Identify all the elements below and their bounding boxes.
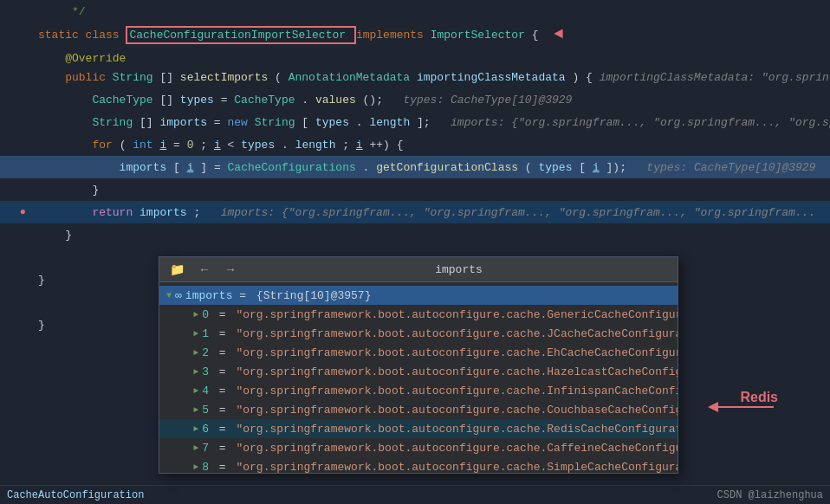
indent-6	[166, 423, 193, 436]
debug-nav-folder[interactable]: 📁	[166, 261, 188, 278]
param-open: (	[275, 71, 282, 84]
expand-icon-0: ►	[193, 310, 198, 320]
idx-bracket: [	[173, 161, 180, 174]
code-line-9: }	[0, 178, 830, 201]
idx-1: 1	[202, 327, 209, 340]
dot: .	[302, 94, 308, 107]
eq2: =	[214, 116, 228, 129]
redis-arrow-svg	[696, 394, 782, 420]
line-content-5: CacheType [] types = CacheType . values …	[33, 94, 830, 107]
arrow-right: ◄	[554, 25, 563, 42]
line-content-9: }	[33, 184, 830, 197]
code-line-5: CacheType [] types = CacheType . values …	[0, 88, 830, 111]
kw-for: for	[38, 139, 120, 152]
eq-0: =	[212, 308, 232, 321]
string-type3: String	[255, 116, 295, 129]
val-3: "org.springframework.boot.autoconfigure.…	[236, 365, 678, 378]
debug-popup-body[interactable]: ▼ ∞ imports = {String[10]@3957} ► 0 = "o…	[159, 282, 678, 473]
val-4: "org.springframework.boot.autoconfigure.…	[236, 384, 678, 397]
code-line-11: }	[0, 223, 830, 246]
debug-item-7[interactable]: ► 7 = "org.springframework.boot.autoconf…	[159, 438, 678, 457]
getconfigclass: getConfigurationClass	[376, 161, 518, 174]
expand-icon-1: ►	[193, 329, 198, 339]
expand-icon-5: ►	[193, 405, 198, 415]
plusplus: ++) {	[369, 139, 403, 152]
debug-nav-back[interactable]: ←	[195, 261, 214, 278]
eq-1: =	[212, 327, 232, 340]
types-ref: types	[315, 116, 349, 129]
code-editor: */ static class CacheConfigurationImport…	[0, 0, 830, 504]
kw-int: int	[133, 139, 159, 152]
cachetype-type: CacheType	[38, 94, 153, 107]
line-content-11: }	[33, 229, 830, 242]
param-name: importingClassMetadata	[417, 71, 566, 84]
code-line-8: imports [ i ] = CacheConfigurations . ge…	[0, 156, 830, 178]
debug-item-8[interactable]: ► 8 = "org.springframework.boot.autoconf…	[159, 457, 678, 473]
class-name-highlight: CacheConfigurationImportSelector	[126, 26, 355, 44]
param-type: AnnotationMetadata	[289, 71, 410, 84]
dot2: .	[356, 116, 363, 129]
debug-popup: 📁 ← → imports ▼ ∞ imports = {String[10]@…	[159, 256, 678, 474]
debug-item-5[interactable]: ► 5 = "org.springframework.boot.autoconf…	[159, 400, 678, 419]
debug-nav-forward[interactable]: →	[221, 261, 240, 278]
debug-imports-val: imports: {"org.springfram..., "org.sprin…	[437, 116, 830, 129]
expand-icon-6: ►	[193, 424, 198, 434]
kw-new: new	[227, 116, 254, 129]
var-i4: i	[187, 161, 194, 174]
status-class-name: CacheAutoConfiguration	[7, 489, 144, 501]
debug-item-2[interactable]: ► 2 = "org.springframework.boot.autoconf…	[159, 343, 678, 362]
debug-popup-title: imports	[247, 263, 671, 276]
idx2-close: ]);	[606, 161, 626, 174]
semicolon: ;	[193, 206, 200, 219]
code-line-6: String [] imports = new String [ types .…	[0, 111, 830, 133]
dot3: .	[282, 139, 289, 152]
val-8: "org.springframework.boot.autoconfigure.…	[236, 461, 678, 474]
root-eq: =	[232, 289, 252, 302]
kw-public: public	[38, 71, 113, 84]
debug-types2: types: CacheType[10]@3929	[633, 161, 816, 174]
expand-icon-2: ►	[193, 348, 198, 358]
kw-return: return	[38, 206, 139, 219]
line-content-2: static class CacheConfigurationImportSel…	[33, 25, 830, 42]
line-content-4: public String [] selectImports ( Annotat…	[33, 71, 830, 84]
line-content-10: return imports ; imports: {"org.springfr…	[33, 206, 830, 219]
idx-7: 7	[202, 442, 209, 455]
for-init: =	[173, 139, 187, 152]
length2: length	[295, 139, 336, 152]
debug-item-4[interactable]: ► 4 = "org.springframework.boot.autoconf…	[159, 381, 678, 400]
debug-types: types: CacheType[10]@3929	[390, 94, 573, 107]
idx-4: 4	[202, 384, 209, 397]
cacheconfigurations: CacheConfigurations	[228, 161, 356, 174]
array-bracket: []	[159, 71, 179, 84]
eq-sign: =	[221, 94, 235, 107]
debug-root-item[interactable]: ▼ ∞ imports = {String[10]@3957}	[159, 286, 678, 305]
param-close: ) {	[572, 71, 599, 84]
val-5: "org.springframework.boot.autoconfigure.…	[236, 404, 678, 417]
indent-7	[166, 442, 193, 455]
cachetype2: CacheType	[234, 94, 295, 107]
debug-item-0[interactable]: ► 0 = "org.springframework.boot.autoconf…	[159, 305, 678, 324]
string-type2: String	[38, 116, 133, 129]
infinity-icon: ∞	[175, 289, 182, 302]
eq-4: =	[212, 384, 232, 397]
debug-item-1[interactable]: ► 1 = "org.springframework.boot.autoconf…	[159, 324, 678, 343]
line-number-10: ●	[7, 206, 33, 218]
eq-6: =	[212, 423, 232, 436]
imports-return: imports	[139, 206, 187, 219]
expand-icon: ▼	[166, 291, 172, 300]
debug-item-3[interactable]: ► 3 = "org.springframework.boot.autoconf…	[159, 362, 678, 381]
code-line-7: for ( int i = 0 ; i < types . length ; i…	[0, 133, 830, 156]
code-line-10: ● return imports ; imports: {"org.spring…	[0, 201, 830, 223]
line-content-3: @Override	[33, 47, 830, 65]
dot4: .	[363, 161, 370, 174]
idx-2: 2	[202, 346, 209, 359]
for-open: (	[120, 139, 126, 152]
string-type: String	[113, 71, 153, 84]
line-content-8: imports [ i ] = CacheConfigurations . ge…	[33, 161, 830, 174]
expand-icon-4: ►	[193, 386, 198, 396]
debug-item-6[interactable]: ► 6 = "org.springframework.boot.autoconf…	[159, 419, 678, 438]
override-annotation: @Override	[38, 52, 126, 65]
idx2-open: [	[579, 161, 586, 174]
eq-5: =	[212, 404, 232, 417]
idx-0: 0	[202, 308, 209, 321]
